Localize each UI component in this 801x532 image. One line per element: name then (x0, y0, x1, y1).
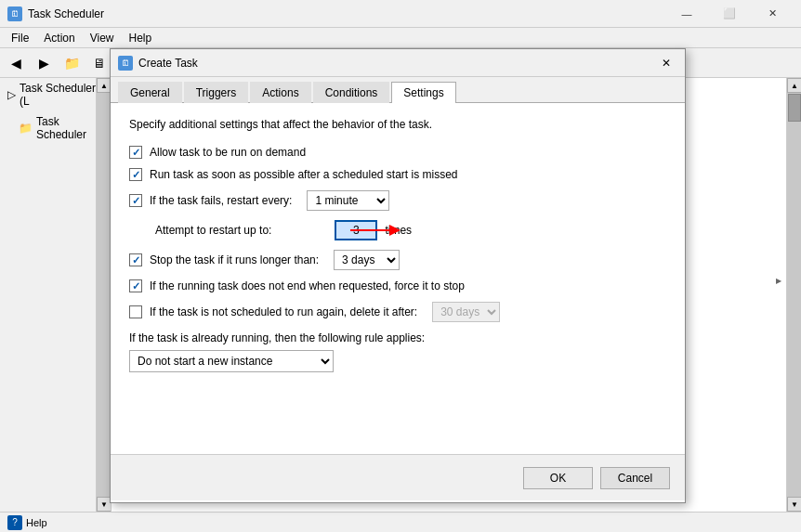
menu-bar: File Action View Help (0, 28, 801, 48)
red-arrow-annotation (350, 221, 406, 240)
app-icon: 🗓 (7, 6, 22, 21)
setting-restart-on-fail: If the task fails, restart every: 1 minu… (129, 190, 666, 211)
sidebar-item-root[interactable]: ▷ Task Scheduler (L (0, 78, 111, 111)
tab-general[interactable]: General (118, 82, 182, 103)
setting-force-stop: If the running task does not end when re… (129, 279, 666, 292)
rule-label: If the task is already running, then the… (129, 331, 666, 344)
dialog-title: Create Task (138, 57, 650, 70)
rule-dropdown[interactable]: Do not start a new instance Run a new in… (129, 350, 334, 372)
main-window: 🗓 Task Scheduler — ⬜ ✕ File Action View … (0, 0, 801, 532)
setting-delete-not-scheduled: If the task is not scheduled to run agai… (129, 302, 666, 322)
close-button[interactable]: ✕ (751, 0, 794, 28)
dialog-titlebar: 🗓 Create Task ✕ (111, 49, 685, 77)
tab-settings[interactable]: Settings (391, 82, 455, 103)
main-titlebar: 🗓 Task Scheduler — ⬜ ✕ (0, 0, 801, 28)
tab-actions[interactable]: Actions (250, 82, 310, 103)
dialog-body: Specify additional settings that affect … (111, 103, 685, 454)
delete-after-dropdown-container: 30 days 60 days 90 days (432, 302, 500, 322)
stop-longer-dropdown-container: 3 days 1 hour 2 hours 4 hours 8 hours 1 … (334, 250, 400, 270)
delete-after-dropdown[interactable]: 30 days 60 days 90 days (432, 302, 500, 322)
toolbar-back[interactable]: ◀ (4, 52, 28, 74)
expand-icon: ▷ (7, 88, 16, 101)
app-title: Task Scheduler (28, 7, 660, 20)
toolbar-monitor[interactable]: 🖥 (87, 52, 112, 74)
setting-stop-longer: Stop the task if it runs longer than: 3 … (129, 250, 666, 270)
menu-file[interactable]: File (4, 30, 36, 46)
checkbox-delete-not-scheduled[interactable] (129, 305, 142, 318)
setting-allow-demand: Allow task to be run on demand (129, 146, 666, 159)
rule-section: If the task is already running, then the… (129, 331, 666, 372)
content-scroll-up[interactable]: ▲ (787, 78, 801, 93)
checkbox-allow-demand[interactable] (129, 146, 142, 159)
label-stop-longer: Stop the task if it runs longer than: (150, 253, 319, 266)
create-task-dialog: 🗓 Create Task ✕ General Triggers Actions… (110, 48, 686, 503)
tab-conditions[interactable]: Conditions (313, 82, 390, 103)
sidebar: ▷ Task Scheduler (L 📁 Task Scheduler ▲ ▼ (0, 78, 112, 512)
help-icon: ? (7, 515, 22, 530)
tab-triggers[interactable]: Triggers (184, 82, 249, 103)
label-restart-on-fail: If the task fails, restart every: (150, 194, 292, 207)
checkbox-stop-longer[interactable] (129, 253, 142, 266)
dialog-icon: 🗓 (118, 56, 133, 71)
sidebar-scroll-track (97, 93, 111, 497)
toolbar-forward[interactable]: ▶ (32, 52, 56, 74)
sidebar-item-label: Task Scheduler (L (20, 82, 103, 108)
maximize-button[interactable]: ⬜ (708, 0, 751, 28)
dialog-close-button[interactable]: ✕ (655, 53, 677, 73)
cancel-button[interactable]: Cancel (600, 467, 670, 489)
menu-view[interactable]: View (83, 30, 122, 46)
titlebar-controls: — ⬜ ✕ (665, 0, 794, 28)
checkbox-force-stop[interactable] (129, 279, 142, 292)
dialog-footer: OK Cancel (111, 454, 685, 500)
content-scroll-down[interactable]: ▼ (787, 497, 801, 512)
menu-action[interactable]: Action (36, 30, 82, 46)
label-force-stop: If the running task does not end when re… (150, 279, 465, 292)
status-bar: ? Help (0, 512, 801, 532)
content-scroll-track (787, 93, 801, 497)
rule-dropdown-container: Do not start a new instance Run a new in… (129, 350, 666, 372)
toolbar-folder[interactable]: 📁 (59, 52, 84, 74)
tab-bar: General Triggers Actions Conditions Sett… (111, 77, 685, 103)
expand-panel-arrow[interactable]: ▶ (771, 273, 786, 288)
label-allow-demand: Allow task to be run on demand (150, 146, 306, 159)
sidebar-item-child-label: Task Scheduler (36, 115, 103, 141)
settings-description: Specify additional settings that affect … (129, 118, 666, 131)
sidebar-scrollbar: ▲ ▼ (96, 78, 111, 512)
minimize-button[interactable]: — (665, 0, 708, 28)
restart-every-dropdown[interactable]: 1 minute 5 minutes 10 minutes 30 minutes… (307, 190, 389, 211)
stop-longer-dropdown[interactable]: 3 days 1 hour 2 hours 4 hours 8 hours 1 … (334, 250, 400, 270)
label-delete-not-scheduled: If the task is not scheduled to run agai… (150, 305, 417, 318)
setting-attempt-restart: Attempt to restart up to: times (155, 220, 666, 240)
ok-button[interactable]: OK (523, 467, 593, 489)
menu-help[interactable]: Help (122, 30, 160, 46)
restart-every-dropdown-container: 1 minute 5 minutes 10 minutes 30 minutes… (307, 190, 389, 211)
sidebar-item-child[interactable]: 📁 Task Scheduler (0, 111, 111, 145)
status-help-text: Help (26, 517, 47, 528)
label-run-missed: Run task as soon as possible after a sch… (150, 168, 458, 181)
content-scroll-thumb[interactable] (788, 94, 801, 122)
checkbox-run-missed[interactable] (129, 168, 142, 181)
content-scrollbar: ▲ ▼ (786, 78, 801, 512)
setting-run-missed: Run task as soon as possible after a sch… (129, 168, 666, 181)
folder-icon: 📁 (19, 122, 33, 135)
checkbox-restart-on-fail[interactable] (129, 194, 142, 207)
label-attempt-restart: Attempt to restart up to: (155, 224, 271, 237)
